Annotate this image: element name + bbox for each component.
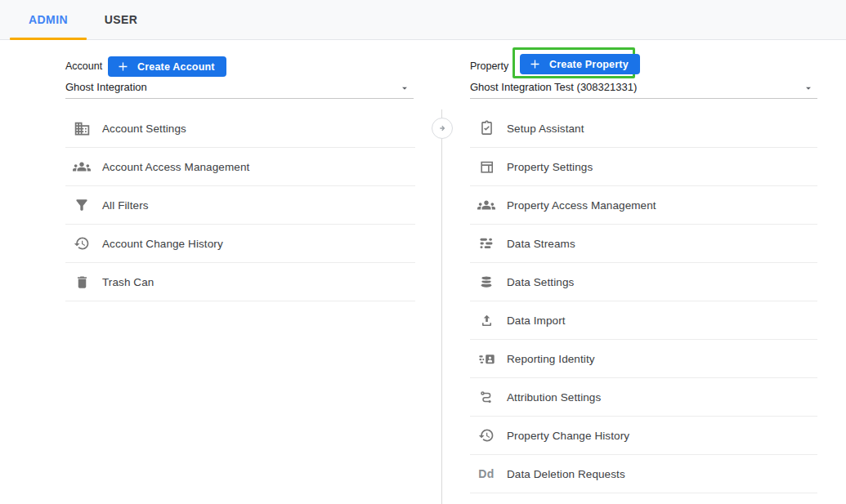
menu-item-data-settings[interactable]: Data Settings <box>470 263 817 301</box>
property-column-label: Property <box>470 60 508 72</box>
property-selector[interactable]: Ghost Integration Test (308321331) <box>470 78 817 99</box>
trash-icon <box>73 273 91 291</box>
property-menu: Setup Assistant Property Settings Proper… <box>470 109 817 493</box>
menu-item-label: Attribution Settings <box>507 391 601 404</box>
tab-user[interactable]: USER <box>87 0 155 39</box>
history-icon <box>477 426 495 444</box>
attribution-path-icon <box>477 388 495 406</box>
menu-item-label: Data Settings <box>507 276 574 288</box>
account-selector[interactable]: Ghost Integration <box>65 78 414 99</box>
create-property-button[interactable]: Create Property <box>520 54 640 74</box>
upload-icon <box>477 311 495 329</box>
property-selector-value: Ghost Integration Test (308321331) <box>470 81 637 93</box>
arrow-right-icon <box>436 122 449 135</box>
menu-item-label: Setup Assistant <box>507 123 584 135</box>
account-menu: Account Settings Account Access Manageme… <box>65 109 415 301</box>
window-layout-icon <box>477 158 495 176</box>
people-icon <box>477 196 495 214</box>
menu-item-label: Data Streams <box>507 238 575 250</box>
menu-item-data-deletion-requests[interactable]: Dd Data Deletion Requests <box>470 455 817 493</box>
menu-item-property-access-management[interactable]: Property Access Management <box>470 186 817 225</box>
menu-item-property-settings[interactable]: Property Settings <box>470 148 817 186</box>
chevron-down-icon <box>803 83 814 94</box>
create-account-button[interactable]: Create Account <box>108 56 226 77</box>
history-icon <box>73 234 91 252</box>
plus-icon <box>116 60 130 74</box>
menu-item-data-import[interactable]: Data Import <box>470 301 817 340</box>
menu-item-label: Property Access Management <box>507 199 656 212</box>
people-icon <box>73 158 91 176</box>
move-to-property-button[interactable] <box>432 118 453 139</box>
menu-item-all-filters[interactable]: All Filters <box>65 186 415 225</box>
identity-card-icon <box>477 350 495 368</box>
tab-admin[interactable]: ADMIN <box>10 0 87 39</box>
clipboard-check-icon <box>477 119 495 137</box>
chevron-down-icon <box>399 83 410 94</box>
menu-item-label: Property Change History <box>507 430 629 442</box>
menu-item-attribution-settings[interactable]: Attribution Settings <box>470 378 817 417</box>
create-property-label: Create Property <box>549 59 629 70</box>
menu-item-label: Account Change History <box>102 238 223 250</box>
menu-item-trash-can[interactable]: Trash Can <box>65 263 415 301</box>
menu-item-account-access-management[interactable]: Account Access Management <box>65 148 415 186</box>
active-tab-underline <box>10 38 87 40</box>
menu-item-label: Reporting Identity <box>507 353 595 365</box>
menu-item-data-streams[interactable]: Data Streams <box>470 225 817 263</box>
column-divider <box>441 109 442 504</box>
menu-item-label: Account Access Management <box>102 161 249 173</box>
tab-bar: ADMIN USER <box>0 0 846 40</box>
menu-item-label: All Filters <box>102 199 149 212</box>
menu-item-label: Trash Can <box>102 276 154 288</box>
database-icon <box>477 273 495 291</box>
dd-letters-icon: Dd <box>477 465 495 483</box>
building-icon <box>73 119 91 137</box>
filter-icon <box>73 196 91 214</box>
account-selector-value: Ghost Integration <box>65 81 147 93</box>
menu-item-account-change-history[interactable]: Account Change History <box>65 225 415 263</box>
menu-item-account-settings[interactable]: Account Settings <box>65 109 415 148</box>
account-column-label: Account <box>65 60 102 72</box>
menu-item-label: Data Import <box>507 314 566 327</box>
menu-item-label: Property Settings <box>507 161 593 173</box>
plus-icon <box>528 57 542 71</box>
menu-item-label: Account Settings <box>102 123 186 135</box>
menu-item-setup-assistant[interactable]: Setup Assistant <box>470 109 817 148</box>
streams-icon <box>477 234 495 252</box>
create-account-label: Create Account <box>137 61 215 73</box>
menu-item-property-change-history[interactable]: Property Change History <box>470 417 817 455</box>
menu-item-reporting-identity[interactable]: Reporting Identity <box>470 340 817 378</box>
menu-item-label: Data Deletion Requests <box>507 468 625 480</box>
